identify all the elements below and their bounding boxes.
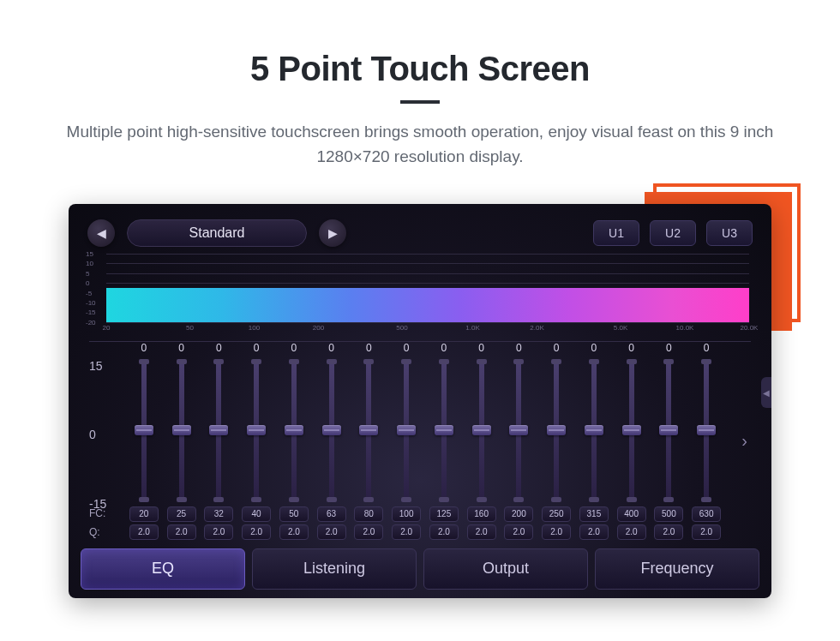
eq-slider[interactable] xyxy=(254,361,259,500)
q-row-label: Q: xyxy=(89,526,100,538)
band-value: 0 xyxy=(404,342,410,356)
spectrum-x-tick: 20.0K xyxy=(741,324,759,332)
fc-value[interactable]: 160 xyxy=(467,506,496,522)
band-value: 0 xyxy=(704,342,710,356)
slider-thumb[interactable] xyxy=(172,425,191,435)
eq-slider[interactable] xyxy=(516,361,521,500)
spectrum-y-tick: 15 xyxy=(86,249,93,257)
slider-thumb[interactable] xyxy=(659,425,678,435)
eq-slider[interactable] xyxy=(441,361,447,500)
fc-value[interactable]: 80 xyxy=(354,506,383,522)
q-value[interactable]: 2.0 xyxy=(467,524,496,540)
slider-thumb[interactable] xyxy=(359,425,378,435)
q-value[interactable]: 2.0 xyxy=(129,524,159,540)
eq-slider[interactable] xyxy=(291,361,297,500)
eq-slider[interactable] xyxy=(629,361,634,500)
spectrum-x-tick: 1.0K xyxy=(465,324,479,332)
spectrum-x-tick: 200 xyxy=(313,324,324,332)
user-preset-3-button[interactable]: U3 xyxy=(706,220,753,246)
slider-thumb[interactable] xyxy=(435,425,453,435)
eq-slider[interactable] xyxy=(141,361,147,500)
tab-output[interactable]: Output xyxy=(423,548,588,590)
fc-value[interactable]: 25 xyxy=(167,506,196,522)
fc-value[interactable]: 20 xyxy=(129,506,159,522)
q-value[interactable]: 2.0 xyxy=(542,524,571,540)
page-subtitle: Multiple point high-sensitive touchscree… xyxy=(43,119,797,170)
eq-slider[interactable] xyxy=(404,361,409,500)
fc-value[interactable]: 63 xyxy=(317,506,346,522)
q-value[interactable]: 2.0 xyxy=(429,524,459,540)
user-preset-2-button[interactable]: U2 xyxy=(650,220,696,246)
q-value[interactable]: 2.0 xyxy=(617,524,646,540)
eq-band: 01002.0 xyxy=(387,342,425,540)
q-value[interactable]: 2.0 xyxy=(242,524,271,540)
tab-listening[interactable]: Listening xyxy=(252,548,417,590)
fc-value[interactable]: 50 xyxy=(279,506,309,522)
q-value[interactable]: 2.0 xyxy=(167,524,196,540)
fc-value[interactable]: 250 xyxy=(542,506,571,522)
fc-value[interactable]: 400 xyxy=(617,506,646,522)
q-value[interactable]: 2.0 xyxy=(579,524,609,540)
slider-thumb[interactable] xyxy=(322,425,341,435)
eq-band: 0252.0 xyxy=(163,342,201,540)
eq-band: 01252.0 xyxy=(425,342,463,540)
slider-thumb[interactable] xyxy=(697,425,716,435)
band-value: 0 xyxy=(291,342,297,356)
slider-thumb[interactable] xyxy=(135,425,153,435)
q-value[interactable]: 2.0 xyxy=(279,524,309,540)
tab-frequency[interactable]: Frequency xyxy=(595,548,759,590)
slider-thumb[interactable] xyxy=(509,425,528,435)
band-value: 0 xyxy=(628,342,634,356)
fc-value[interactable]: 315 xyxy=(579,506,609,522)
side-handle[interactable]: ◀ xyxy=(761,377,771,408)
q-value[interactable]: 2.0 xyxy=(392,524,421,540)
q-value[interactable]: 2.0 xyxy=(692,524,721,540)
user-preset-1-button[interactable]: U1 xyxy=(593,220,639,246)
more-bands-button[interactable]: › xyxy=(741,431,747,451)
eq-slider[interactable] xyxy=(366,361,371,500)
fc-value[interactable]: 100 xyxy=(392,506,421,522)
fc-value[interactable]: 630 xyxy=(692,506,721,522)
fc-value[interactable]: 40 xyxy=(242,506,271,522)
slider-thumb[interactable] xyxy=(209,425,228,435)
eq-slider[interactable] xyxy=(329,361,334,500)
spectrum-x-tick: 100 xyxy=(249,324,260,332)
q-value[interactable]: 2.0 xyxy=(654,524,683,540)
eq-slider[interactable] xyxy=(179,361,184,500)
q-value[interactable]: 2.0 xyxy=(317,524,346,540)
slider-thumb[interactable] xyxy=(285,425,303,435)
slider-thumb[interactable] xyxy=(247,425,266,435)
slider-thumb[interactable] xyxy=(622,425,641,435)
eq-slider[interactable] xyxy=(591,361,597,500)
eq-band: 0802.0 xyxy=(351,342,388,540)
slider-thumb[interactable] xyxy=(585,425,603,435)
fc-value[interactable]: 125 xyxy=(429,506,459,522)
tab-eq[interactable]: EQ xyxy=(81,548,245,590)
preset-next-button[interactable]: ▶ xyxy=(319,219,346,247)
spectrum-y-tick: 0 xyxy=(86,279,89,287)
slider-thumb[interactable] xyxy=(472,425,491,435)
eq-slider[interactable] xyxy=(666,361,671,500)
preset-prev-button[interactable]: ◀ xyxy=(87,219,115,247)
q-value[interactable]: 2.0 xyxy=(354,524,383,540)
slider-thumb[interactable] xyxy=(397,425,416,435)
fc-value[interactable]: 32 xyxy=(204,506,233,522)
eq-band: 0502.0 xyxy=(275,342,313,540)
slider-thumb[interactable] xyxy=(547,425,566,435)
band-value: 0 xyxy=(516,342,522,356)
y-label: 15 xyxy=(89,359,118,373)
spectrum-y-tick: -15 xyxy=(86,309,96,316)
device-screen: ◀ Standard ▶ U1 U2 U3 151050-5-10-15-20 … xyxy=(69,204,771,598)
band-value: 0 xyxy=(178,342,184,356)
q-value[interactable]: 2.0 xyxy=(204,524,233,540)
eq-slider[interactable] xyxy=(216,361,221,500)
eq-slider[interactable] xyxy=(554,361,559,500)
preset-display[interactable]: Standard xyxy=(127,219,307,247)
q-value[interactable]: 2.0 xyxy=(504,524,533,540)
fc-value[interactable]: 500 xyxy=(654,506,683,522)
eq-y-axis: 15 0 -15 xyxy=(89,359,118,511)
eq-slider[interactable] xyxy=(479,361,484,500)
fc-value[interactable]: 200 xyxy=(504,506,533,522)
spectrum-x-tick: 10.0K xyxy=(676,324,694,332)
eq-slider[interactable] xyxy=(704,361,709,500)
